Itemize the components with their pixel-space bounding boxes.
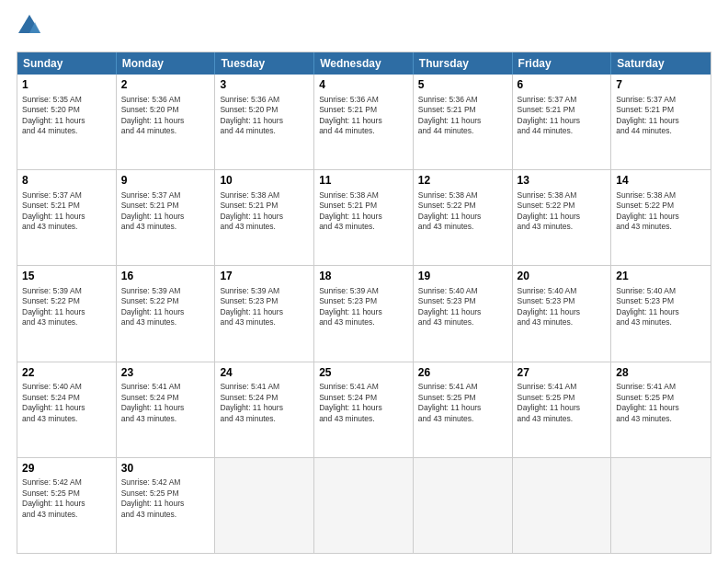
cell-info: Sunrise: 5:38 AM Sunset: 5:21 PM Dayligh… (220, 190, 309, 233)
cal-cell-9: 9Sunrise: 5:37 AM Sunset: 5:21 PM Daylig… (117, 170, 216, 265)
day-number: 13 (518, 174, 607, 189)
cal-cell-23: 23Sunrise: 5:41 AM Sunset: 5:24 PM Dayli… (117, 362, 216, 457)
cal-header-cell-tuesday: Tuesday (215, 52, 314, 75)
day-number: 16 (121, 270, 210, 284)
cal-cell-27: 27Sunrise: 5:41 AM Sunset: 5:25 PM Dayli… (513, 362, 612, 457)
day-number: 27 (518, 366, 607, 381)
cell-info: Sunrise: 5:36 AM Sunset: 5:21 PM Dayligh… (319, 95, 408, 137)
cal-cell-14: 14Sunrise: 5:38 AM Sunset: 5:22 PM Dayli… (611, 170, 711, 265)
cal-cell-8: 8Sunrise: 5:37 AM Sunset: 5:21 PM Daylig… (17, 170, 117, 265)
calendar: SundayMondayTuesdayWednesdayThursdayFrid… (17, 52, 711, 554)
page: SundayMondayTuesdayWednesdayThursdayFrid… (0, 0, 728, 563)
calendar-body: 1Sunrise: 5:35 AM Sunset: 5:20 PM Daylig… (17, 75, 711, 553)
cal-cell-3: 3Sunrise: 5:36 AM Sunset: 5:20 PM Daylig… (215, 75, 314, 169)
cell-info: Sunrise: 5:39 AM Sunset: 5:23 PM Dayligh… (319, 286, 408, 328)
cal-cell-21: 21Sunrise: 5:40 AM Sunset: 5:23 PM Dayli… (611, 266, 711, 361)
cal-row-2: 8Sunrise: 5:37 AM Sunset: 5:21 PM Daylig… (17, 170, 711, 266)
cell-info: Sunrise: 5:38 AM Sunset: 5:22 PM Dayligh… (418, 190, 507, 233)
day-number: 5 (418, 78, 507, 93)
cal-header-cell-friday: Friday (513, 52, 612, 75)
day-number: 19 (418, 270, 507, 284)
cal-cell-6: 6Sunrise: 5:37 AM Sunset: 5:21 PM Daylig… (513, 75, 612, 169)
cal-cell-19: 19Sunrise: 5:40 AM Sunset: 5:23 PM Dayli… (414, 266, 513, 361)
cal-cell-30: 30Sunrise: 5:42 AM Sunset: 5:25 PM Dayli… (117, 458, 216, 553)
cal-cell-28: 28Sunrise: 5:41 AM Sunset: 5:25 PM Dayli… (611, 362, 711, 457)
cell-info: Sunrise: 5:41 AM Sunset: 5:24 PM Dayligh… (121, 382, 210, 424)
cal-cell-17: 17Sunrise: 5:39 AM Sunset: 5:23 PM Dayli… (215, 266, 314, 361)
day-number: 24 (220, 366, 309, 381)
cell-info: Sunrise: 5:38 AM Sunset: 5:21 PM Dayligh… (319, 190, 408, 233)
cal-row-5: 29Sunrise: 5:42 AM Sunset: 5:25 PM Dayli… (17, 458, 711, 553)
cal-header-cell-monday: Monday (117, 52, 216, 75)
calendar-header: SundayMondayTuesdayWednesdayThursdayFrid… (17, 52, 711, 75)
cal-cell-11: 11Sunrise: 5:38 AM Sunset: 5:21 PM Dayli… (314, 170, 414, 265)
day-number: 20 (518, 270, 607, 284)
cal-cell-18: 18Sunrise: 5:39 AM Sunset: 5:23 PM Dayli… (314, 266, 414, 361)
cell-info: Sunrise: 5:41 AM Sunset: 5:25 PM Dayligh… (518, 382, 607, 424)
cell-info: Sunrise: 5:37 AM Sunset: 5:21 PM Dayligh… (121, 190, 210, 233)
cell-info: Sunrise: 5:39 AM Sunset: 5:22 PM Dayligh… (22, 286, 111, 328)
cal-cell-12: 12Sunrise: 5:38 AM Sunset: 5:22 PM Dayli… (414, 170, 513, 265)
cal-cell-empty (215, 458, 314, 553)
day-number: 29 (22, 462, 111, 477)
logo-icon (17, 13, 42, 39)
cell-info: Sunrise: 5:37 AM Sunset: 5:21 PM Dayligh… (518, 95, 607, 137)
cal-cell-13: 13Sunrise: 5:38 AM Sunset: 5:22 PM Dayli… (513, 170, 612, 265)
cell-info: Sunrise: 5:41 AM Sunset: 5:25 PM Dayligh… (418, 382, 507, 424)
cal-row-3: 15Sunrise: 5:39 AM Sunset: 5:22 PM Dayli… (17, 266, 711, 362)
day-number: 17 (220, 270, 309, 284)
cal-cell-2: 2Sunrise: 5:36 AM Sunset: 5:20 PM Daylig… (117, 75, 216, 169)
cal-cell-24: 24Sunrise: 5:41 AM Sunset: 5:24 PM Dayli… (215, 362, 314, 457)
cal-cell-22: 22Sunrise: 5:40 AM Sunset: 5:24 PM Dayli… (17, 362, 117, 457)
day-number: 9 (121, 174, 210, 189)
cal-cell-10: 10Sunrise: 5:38 AM Sunset: 5:21 PM Dayli… (215, 170, 314, 265)
cal-cell-20: 20Sunrise: 5:40 AM Sunset: 5:23 PM Dayli… (513, 266, 612, 361)
cell-info: Sunrise: 5:40 AM Sunset: 5:23 PM Dayligh… (518, 286, 607, 328)
cal-cell-empty (414, 458, 513, 553)
day-number: 12 (418, 174, 507, 189)
cal-cell-15: 15Sunrise: 5:39 AM Sunset: 5:22 PM Dayli… (17, 266, 117, 361)
cal-cell-7: 7Sunrise: 5:37 AM Sunset: 5:21 PM Daylig… (611, 75, 711, 169)
day-number: 14 (616, 174, 706, 189)
day-number: 26 (418, 366, 507, 381)
cal-header-cell-wednesday: Wednesday (314, 52, 414, 75)
cal-header-cell-thursday: Thursday (414, 52, 513, 75)
cell-info: Sunrise: 5:42 AM Sunset: 5:25 PM Dayligh… (22, 477, 111, 520)
cal-cell-5: 5Sunrise: 5:36 AM Sunset: 5:21 PM Daylig… (414, 75, 513, 169)
cell-info: Sunrise: 5:36 AM Sunset: 5:20 PM Dayligh… (121, 95, 210, 137)
day-number: 7 (616, 78, 706, 93)
day-number: 15 (22, 270, 111, 284)
cell-info: Sunrise: 5:35 AM Sunset: 5:20 PM Dayligh… (22, 95, 111, 137)
day-number: 3 (220, 78, 309, 93)
cal-row-1: 1Sunrise: 5:35 AM Sunset: 5:20 PM Daylig… (17, 75, 711, 170)
day-number: 6 (518, 78, 607, 93)
cell-info: Sunrise: 5:41 AM Sunset: 5:25 PM Dayligh… (616, 382, 706, 424)
cell-info: Sunrise: 5:40 AM Sunset: 5:23 PM Dayligh… (418, 286, 507, 328)
cal-cell-26: 26Sunrise: 5:41 AM Sunset: 5:25 PM Dayli… (414, 362, 513, 457)
cell-info: Sunrise: 5:39 AM Sunset: 5:23 PM Dayligh… (220, 286, 309, 328)
day-number: 30 (121, 462, 210, 477)
cell-info: Sunrise: 5:39 AM Sunset: 5:22 PM Dayligh… (121, 286, 210, 328)
cell-info: Sunrise: 5:40 AM Sunset: 5:23 PM Dayligh… (616, 286, 706, 328)
cell-info: Sunrise: 5:38 AM Sunset: 5:22 PM Dayligh… (518, 190, 607, 233)
day-number: 8 (22, 174, 111, 189)
cal-cell-empty (513, 458, 612, 553)
cell-info: Sunrise: 5:40 AM Sunset: 5:24 PM Dayligh… (22, 382, 111, 424)
day-number: 23 (121, 366, 210, 381)
cell-info: Sunrise: 5:38 AM Sunset: 5:22 PM Dayligh… (616, 190, 706, 233)
day-number: 25 (319, 366, 408, 381)
day-number: 28 (616, 366, 706, 381)
cell-info: Sunrise: 5:36 AM Sunset: 5:20 PM Dayligh… (220, 95, 309, 137)
cal-cell-empty (314, 458, 414, 553)
cal-header-cell-saturday: Saturday (611, 52, 711, 75)
cal-cell-16: 16Sunrise: 5:39 AM Sunset: 5:22 PM Dayli… (117, 266, 216, 361)
day-number: 11 (319, 174, 408, 189)
cell-info: Sunrise: 5:42 AM Sunset: 5:25 PM Dayligh… (121, 477, 210, 520)
cell-info: Sunrise: 5:41 AM Sunset: 5:24 PM Dayligh… (220, 382, 309, 424)
cal-cell-1: 1Sunrise: 5:35 AM Sunset: 5:20 PM Daylig… (17, 75, 117, 169)
day-number: 10 (220, 174, 309, 189)
day-number: 1 (22, 78, 111, 93)
cal-row-4: 22Sunrise: 5:40 AM Sunset: 5:24 PM Dayli… (17, 362, 711, 458)
day-number: 21 (616, 270, 706, 284)
header (17, 17, 711, 42)
